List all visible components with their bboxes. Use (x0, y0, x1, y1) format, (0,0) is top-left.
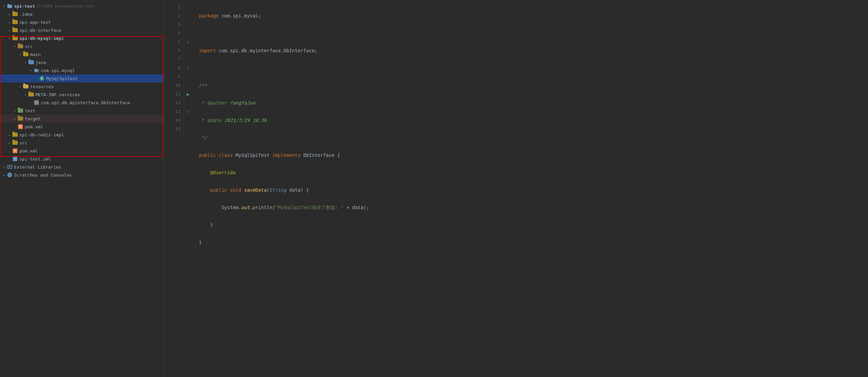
sidebar-item-test[interactable]: test (0, 107, 164, 115)
sidebar-item-src-root[interactable]: src (0, 139, 164, 147)
target-label: target (25, 116, 40, 121)
redis-label: spi-db-redis-impl (20, 133, 64, 137)
folder-target-icon (18, 116, 24, 121)
spi-test-path: D:\IDEA_workspace\spi-test (37, 4, 95, 8)
ext-libs-label: External Libraries (14, 165, 61, 170)
gutter-6 (184, 46, 192, 55)
line-2 (199, 29, 861, 37)
gutter-12 (184, 98, 192, 107)
sidebar-item-external-libs[interactable]: External Libraries (0, 163, 164, 171)
sidebar-item-spi-test[interactable]: spi-test D:\IDEA_workspace\spi-test (0, 2, 164, 10)
sidebar-item-main[interactable]: main (0, 50, 164, 58)
gutter-10 (184, 81, 192, 90)
line-10: @Override (199, 168, 861, 177)
gutter-4 (184, 29, 192, 37)
scratches-icon: ✎ (7, 172, 13, 178)
sidebar-item-MySqlSpiTest[interactable]: C MySqlSpiTest (0, 75, 164, 82)
xml-mysql-icon: m (18, 124, 24, 129)
svg-rect-4 (35, 70, 38, 70)
MySqlSpiTest-label: MySqlSpiTest (46, 76, 78, 81)
src-label: src (25, 44, 32, 49)
gutter-7 (184, 55, 192, 64)
sidebar-item-src[interactable]: src (0, 42, 164, 50)
folder-main-icon (23, 52, 29, 57)
line-7: * @date 2021/7/29 10:36 (199, 116, 861, 125)
idea-label: .idea (20, 12, 32, 17)
sidebar-item-metainf[interactable]: META-INF.services (0, 90, 164, 98)
sidebar-item-pom-xml-root[interactable]: m pom.xml (0, 147, 164, 155)
line-6: * @author fangYaJun (199, 98, 861, 107)
xml-root-icon: m (12, 148, 18, 153)
code-content[interactable]: package com.spi.mysql; import com.spi.db… (192, 0, 868, 377)
gutter-2 (184, 11, 192, 20)
gutter-8: ⊟ (184, 64, 192, 72)
arrow-spi-db-mysql-impl (7, 36, 12, 40)
svg-rect-5 (35, 71, 37, 71)
line-1: package com.spi.mysql; (199, 11, 861, 20)
svg-rect-1 (7, 4, 9, 5)
scratches-label: Scratches and Consoles (14, 173, 72, 178)
dbinterface-file-label: com.spi.db.myinterface.DbInterface (41, 100, 130, 105)
package-icon (33, 68, 39, 73)
spi-test-label: spi-test (14, 4, 35, 9)
sidebar-item-spi-db-mysql-impl[interactable]: spi-db-mysql-impl (0, 34, 164, 42)
sidebar: spi-test D:\IDEA_workspace\spi-test .ide… (0, 0, 164, 377)
line-14: } (199, 238, 861, 246)
arrow-resources (18, 85, 23, 88)
resources-label: resources (30, 84, 54, 89)
arrow-test (12, 109, 18, 113)
sidebar-item-idea[interactable]: .idea (0, 10, 164, 18)
sidebar-item-spi-db-redis-impl[interactable]: spi-db-redis-impl (0, 131, 164, 139)
folder-src-icon (18, 44, 24, 49)
spi-db-interface-label: spi-db-interface (20, 28, 61, 33)
arrow-idea (7, 12, 12, 16)
class-MySqlSpiTest-icon: C (39, 76, 45, 81)
main-label: main (30, 52, 40, 57)
folder-test-icon (18, 108, 24, 113)
services-file-icon: ≡ (33, 100, 39, 105)
src-root-label: src (20, 140, 27, 145)
sidebar-item-spi-app-test[interactable]: spi-app-test (0, 18, 164, 26)
sidebar-item-target[interactable]: target (0, 115, 164, 123)
arrow-spi-app-test (7, 21, 12, 24)
arrow-metainf (23, 93, 28, 96)
sidebar-item-resources[interactable]: resources (0, 82, 164, 90)
folder-idea-icon (12, 11, 18, 17)
sidebar-item-spi-db-interface[interactable]: spi-db-interface (0, 26, 164, 34)
java-label: java (35, 60, 46, 65)
pom-mysql-label: pom.xml (25, 124, 43, 129)
arrow-src-root (7, 141, 12, 145)
sidebar-item-java[interactable]: java (0, 58, 164, 66)
sidebar-item-dbinterface-file[interactable]: ≡ com.spi.db.myinterface.DbInterface (0, 98, 164, 107)
line-15 (199, 255, 861, 264)
arrow-target (12, 117, 18, 121)
arrow-package (28, 69, 33, 72)
spi-app-test-label: spi-app-test (20, 20, 51, 25)
arrow-src (12, 45, 18, 48)
gutter-3 (184, 20, 192, 29)
iml-icon: i (12, 156, 18, 162)
line-11: public void saveData(String data) { (199, 186, 861, 194)
folder-spi-app-test-icon (12, 20, 18, 25)
sidebar-item-spi-test-iml[interactable]: i spi-test.iml (0, 155, 164, 163)
arrow-spi-db-interface (7, 28, 12, 32)
arrow-scratches (1, 173, 7, 177)
sidebar-item-pom-xml-mysql[interactable]: m pom.xml (0, 123, 164, 131)
editor-panel: 1 2 3 4 5 6 7 8 9 10 11 12 13 14 15 ⊟ ⊟ (164, 0, 868, 377)
svg-rect-0 (7, 5, 12, 8)
sidebar-item-package[interactable]: com.spi.mysql (0, 66, 164, 75)
line-5: /** (199, 81, 861, 90)
extlibs-icon (7, 164, 13, 170)
gutter-11-run[interactable]: ▶ (184, 90, 192, 98)
folder-redis-icon (12, 132, 18, 137)
gutter-9 (184, 72, 192, 81)
iml-label: spi-test.iml (20, 156, 51, 162)
gutter-15 (184, 125, 192, 134)
gutter: ⊟ ⊟ ▶ ⊟ (184, 0, 192, 377)
line-9: public class MySqlSpiTest implements DbI… (199, 151, 861, 160)
spi-db-mysql-impl-label: spi-db-mysql-impl (20, 36, 64, 41)
sidebar-item-scratches[interactable]: ✎ Scratches and Consoles (0, 171, 164, 179)
gutter-14 (184, 116, 192, 125)
arrow-ext-libs (1, 165, 7, 169)
gutter-1 (184, 3, 192, 11)
